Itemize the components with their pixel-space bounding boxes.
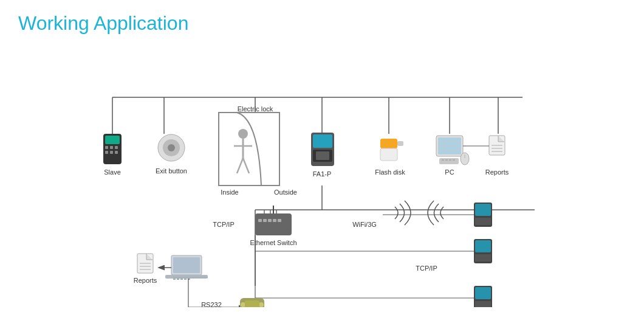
- svg-rect-20: [110, 151, 113, 154]
- diagram-svg: Slave Exit button Electric lock Inside O…: [18, 46, 626, 307]
- svg-rect-36: [397, 141, 403, 146]
- svg-text:PC: PC: [445, 168, 454, 176]
- svg-rect-21: [115, 151, 118, 154]
- svg-rect-31: [313, 134, 332, 148]
- svg-text:Reports: Reports: [134, 277, 157, 284]
- svg-text:WiFi/3G: WiFi/3G: [352, 221, 377, 228]
- svg-rect-79: [475, 301, 491, 307]
- svg-rect-43: [445, 159, 448, 161]
- svg-rect-15: [105, 136, 120, 144]
- svg-rect-72: [475, 204, 491, 216]
- svg-rect-18: [115, 146, 118, 149]
- svg-rect-44: [449, 159, 451, 161]
- svg-text:Ethernet Switch: Ethernet Switch: [250, 239, 296, 246]
- svg-rect-37: [380, 148, 397, 161]
- svg-rect-45: [453, 159, 455, 161]
- svg-rect-76: [475, 254, 491, 262]
- svg-rect-75: [475, 240, 491, 252]
- svg-text:Flash disk: Flash disk: [375, 168, 405, 176]
- svg-rect-33: [316, 151, 329, 160]
- svg-rect-64: [258, 219, 262, 222]
- svg-rect-73: [475, 218, 491, 225]
- svg-text:Slave: Slave: [104, 168, 121, 176]
- svg-text:TCP/IP: TCP/IP: [416, 265, 437, 272]
- svg-rect-65: [263, 219, 267, 222]
- svg-text:Outside: Outside: [274, 189, 297, 196]
- svg-rect-66: [268, 219, 272, 222]
- svg-rect-108: [245, 300, 259, 307]
- svg-point-25: [168, 144, 175, 151]
- svg-rect-40: [438, 137, 461, 154]
- svg-rect-87: [165, 275, 208, 279]
- svg-text:Reports: Reports: [485, 168, 509, 176]
- svg-text:Inside: Inside: [221, 189, 238, 196]
- svg-text:RS232: RS232: [201, 301, 222, 307]
- svg-rect-90: [177, 279, 179, 280]
- svg-rect-89: [173, 279, 176, 280]
- svg-rect-42: [442, 159, 444, 161]
- svg-rect-67: [273, 219, 276, 222]
- svg-rect-78: [475, 287, 491, 299]
- svg-rect-86: [173, 257, 200, 273]
- svg-text:Exit button: Exit button: [156, 167, 187, 175]
- page-container: Working Application: [0, 0, 644, 312]
- svg-rect-19: [105, 151, 108, 154]
- svg-point-106: [241, 302, 245, 307]
- svg-rect-41: [439, 158, 459, 164]
- svg-rect-91: [180, 279, 183, 280]
- svg-point-9: [238, 129, 248, 139]
- svg-rect-68: [278, 219, 281, 222]
- diagram-area: Slave Exit button Electric lock Inside O…: [18, 46, 626, 307]
- svg-rect-35: [380, 139, 397, 148]
- svg-text:TCP/IP: TCP/IP: [213, 221, 234, 228]
- svg-rect-17: [110, 146, 113, 149]
- svg-point-107: [259, 302, 264, 307]
- svg-text:Electric lock: Electric lock: [238, 105, 273, 113]
- svg-rect-16: [105, 146, 108, 149]
- svg-rect-59: [255, 213, 292, 235]
- svg-line-12: [237, 158, 243, 173]
- page-title: Working Application: [18, 12, 626, 35]
- svg-rect-92: [184, 279, 187, 280]
- svg-line-13: [243, 158, 249, 173]
- svg-text:FA1-P: FA1-P: [313, 170, 332, 178]
